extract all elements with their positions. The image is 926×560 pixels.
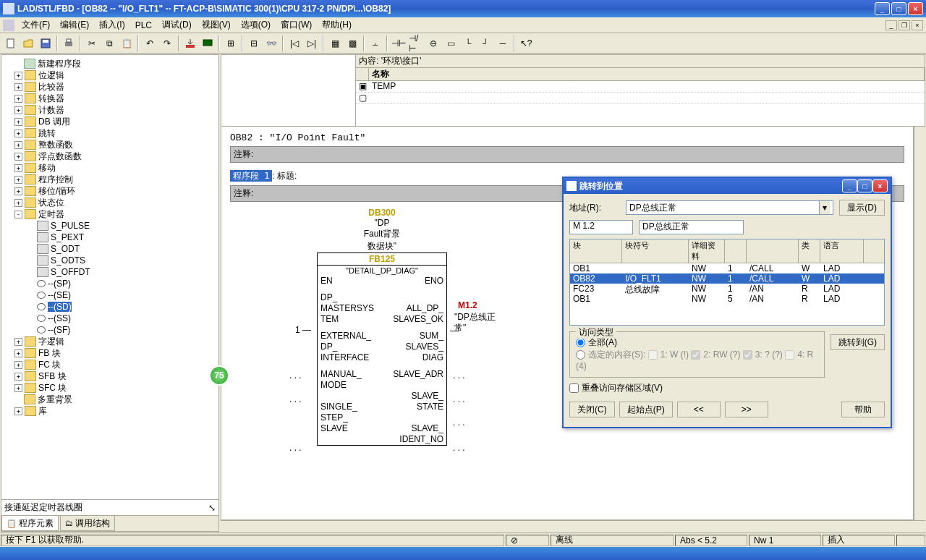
dialog-close[interactable]: × [872,179,888,192]
menu-window[interactable]: 窗口(W) [276,17,316,33]
maximize-button[interactable]: □ [891,2,906,15]
expand-icon[interactable]: + [14,130,22,137]
tree-item[interactable]: S_ODTS [1,255,218,266]
tree-item[interactable]: --(SE) [1,289,218,301]
menu-options[interactable]: 选项(O) [237,17,275,33]
help-button[interactable]: 帮助 [841,402,885,417]
instruction-tree[interactable]: 新建程序段+位逻辑+比较器+转换器+计数器+DB 调用+跳转+整数函数+浮点数函… [1,55,218,499]
print-icon[interactable] [61,35,77,51]
list-row[interactable]: OB1NW1/CALLWLAD [570,263,884,273]
download-icon[interactable] [182,35,198,51]
close-button[interactable]: 关闭(C) [569,402,615,417]
results-list[interactable]: 块 块符号 详细资料 类 语言 OB1NW1/CALLWLADOB82I/O_F… [569,239,885,326]
contact-nc-icon[interactable]: ⊣/⊢ [408,35,424,51]
prev-button[interactable]: << [677,402,721,417]
interface-tree[interactable] [221,55,356,126]
list-row[interactable]: OB82I/O_FLT1NW1/CALLWLAD [570,273,884,284]
menu-help[interactable]: 帮助(H) [318,17,356,33]
expand-icon[interactable]: + [14,118,22,126]
menu-plc[interactable]: PLC [131,19,156,32]
expand-icon[interactable]: + [14,361,22,369]
show-button[interactable]: 显示(D) [839,200,885,216]
copy-icon[interactable]: ⧉ [101,35,117,51]
expand-icon[interactable]: - [14,211,22,219]
box-icon[interactable]: ▭ [443,35,459,51]
symbol-field[interactable]: DP总线正常 [639,220,744,234]
dialog-minimize[interactable]: _ [842,179,857,192]
network-icon[interactable]: ⊟ [246,35,262,51]
redo-icon[interactable]: ↷ [159,35,175,51]
block-comment[interactable]: 注释: [230,146,904,163]
decl-row[interactable]: ▢ [356,93,925,104]
tree-item[interactable]: +SFB 块 [1,370,218,382]
expand-icon[interactable]: + [14,176,22,184]
mdi-close[interactable]: × [912,20,923,30]
decl-row[interactable]: ▣TEMP [356,81,925,93]
mdi-minimize[interactable]: _ [885,20,897,30]
contact-no-icon[interactable]: ⊣⊢ [391,35,407,51]
dialog-maximize[interactable]: □ [857,179,872,192]
tree-item[interactable]: +程序控制 [1,174,218,185]
tree-item[interactable]: +状态位 [1,197,218,208]
tree-item[interactable]: --(SF) [1,324,218,336]
tab-program-elements[interactable]: 📋 程序元素 [1,516,59,531]
col-type[interactable]: 类 [799,239,820,263]
col-block[interactable]: 块 [570,239,622,263]
expand-icon[interactable]: + [14,95,22,103]
menu-debug[interactable]: 调试(D) [158,17,196,33]
tab-call-structure[interactable]: 🗂 调用结构 [60,516,115,531]
col-op[interactable] [747,239,799,263]
cut-icon[interactable]: ✂ [84,35,100,51]
tree-item[interactable]: 新建程序段 [1,58,218,69]
address-icon[interactable]: ⫠ [368,35,383,51]
new-icon[interactable] [3,35,19,51]
monitor-icon[interactable] [200,35,216,51]
tree-item[interactable]: S_OFFDT [1,266,218,278]
expand-icon[interactable]: + [14,83,22,91]
expand-icon[interactable]: + [14,141,22,149]
goto-button[interactable]: 跳转到(G) [831,334,885,350]
tree-item[interactable]: 多重背景 [1,394,218,405]
tree-item[interactable]: +转换器 [1,93,218,104]
tree-item[interactable]: +移动 [1,162,218,174]
menu-file[interactable]: 文件(F) [17,17,54,33]
vertical-scrollbar[interactable] [914,127,925,520]
menu-insert[interactable]: 插入(I) [95,17,129,33]
expand-icon[interactable]: + [14,373,22,381]
dialog-titlebar[interactable]: 跳转到位置 _ □ × [564,178,891,194]
tree-item[interactable]: S_PULSE [1,220,218,232]
col-detail[interactable]: 详细资料 [689,239,725,263]
coil-icon[interactable]: ⊖ [425,35,441,51]
help-pointer-icon[interactable]: ↖? [518,35,534,51]
tree-item[interactable]: S_ODT [1,243,218,255]
tree-item[interactable]: +移位/循环 [1,185,218,197]
next-button[interactable]: >> [725,402,768,417]
col-nw[interactable] [725,239,747,263]
tree-item[interactable]: --(SD) [1,301,218,313]
tree-item[interactable]: -定时器 [1,208,218,220]
expand-icon[interactable]: + [14,153,22,161]
zoom-bubble[interactable]: 75 [209,365,229,386]
address-combo[interactable]: DP总线正常▾ [626,200,833,215]
list-row[interactable]: OB1NW5/ANRLAD [570,294,884,304]
overlap-checkbox[interactable] [569,383,579,393]
radio-all[interactable] [576,338,585,347]
goto-start-icon[interactable]: |◁ [286,35,302,51]
expand-icon[interactable]: + [14,384,22,392]
tree-item[interactable]: +SFC 块 [1,382,218,394]
mdi-restore[interactable]: ❐ [899,20,910,30]
expand-icon[interactable]: + [14,72,22,80]
tree-item[interactable]: +比较器 [1,81,218,93]
tree-item[interactable]: +FB 块 [1,347,218,359]
fb-call-box[interactable]: FB125 "DETAIL_DP_DIAG" ENENO DP_ MASTERS… [317,253,447,446]
horizontal-scrollbar[interactable] [221,520,925,532]
tree-collapse-icon[interactable]: ⤡ [208,503,216,513]
expand-icon[interactable]: + [14,199,22,207]
tree-item[interactable]: +整数函数 [1,139,218,150]
tree-item[interactable]: --(SP) [1,278,218,289]
tree-item[interactable]: +计数器 [1,104,218,116]
goto-end-icon[interactable]: ▷| [304,35,320,51]
tree-item[interactable]: +字逻辑 [1,336,218,347]
col-lang[interactable]: 语言 [820,239,864,263]
close-button[interactable]: × [908,2,923,15]
